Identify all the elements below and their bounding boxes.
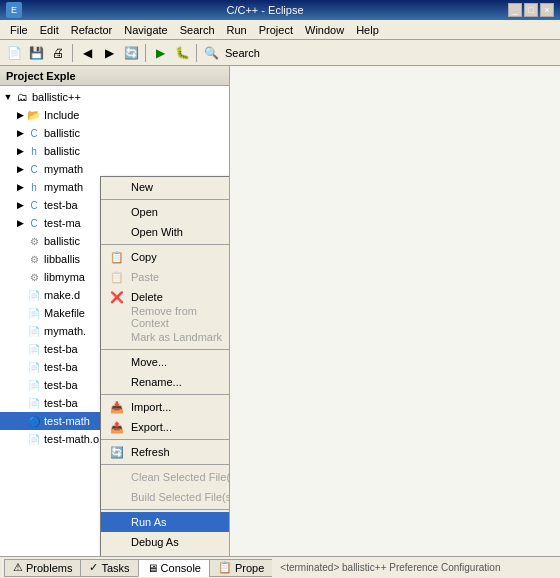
tab-problems[interactable]: ⚠ Problems — [4, 559, 80, 577]
ctx-sep-3 — [101, 349, 230, 350]
expand-arrow: ▼ — [2, 92, 14, 102]
ctx-run-as[interactable]: Run As ▶ Run Configurations... — [101, 512, 230, 532]
new-button[interactable]: 📄 — [4, 43, 24, 63]
ctx-paste[interactable]: 📋 Paste Ctrl+V — [101, 267, 230, 287]
properties-icon: 📋 — [218, 561, 232, 574]
back-button[interactable]: ◀ — [77, 43, 97, 63]
file-icon: C — [26, 125, 42, 141]
menu-search[interactable]: Search — [174, 22, 221, 38]
ctx-export[interactable]: 📤 Export... — [101, 417, 230, 437]
search-button[interactable]: 🔍 — [201, 43, 221, 63]
menu-refactor[interactable]: Refactor — [65, 22, 119, 38]
project-icon: 🗂 — [14, 89, 30, 105]
tree-item-label: test-ma — [44, 217, 81, 229]
expand-arrow: ▶ — [14, 146, 26, 156]
close-button[interactable]: × — [540, 3, 554, 17]
paste-icon: 📋 — [109, 271, 125, 284]
menu-help[interactable]: Help — [350, 22, 385, 38]
ctx-sep-4 — [101, 394, 230, 395]
context-menu: New ▶ Open F3 Open With ▶ 📋 Copy Ctrl+C … — [100, 176, 230, 556]
expand-arrow: ▶ — [14, 218, 26, 228]
tree-item-ballistic2[interactable]: ▶ h ballistic — [0, 142, 229, 160]
title-bar: E C/C++ - Eclipse _ □ × — [0, 0, 560, 20]
ctx-clean-selected[interactable]: Clean Selected File(s) — [101, 467, 230, 487]
minimize-button[interactable]: _ — [508, 3, 522, 17]
file-icon: C — [26, 197, 42, 213]
file-icon: 📄 — [26, 359, 42, 375]
maximize-button[interactable]: □ — [524, 3, 538, 17]
ctx-open-with[interactable]: Open With ▶ — [101, 222, 230, 242]
tree-item-label: ballistic — [44, 127, 80, 139]
ctx-build-selected[interactable]: Build Selected File(s) — [101, 487, 230, 507]
file-icon: h — [26, 179, 42, 195]
expand-arrow: ▶ — [14, 200, 26, 210]
debug-button[interactable]: 🐛 — [172, 43, 192, 63]
tree-item-label: test-ba — [44, 361, 78, 373]
menu-window[interactable]: Window — [299, 22, 350, 38]
ctx-delete[interactable]: ❌ Delete Delete — [101, 287, 230, 307]
tree-item-label: test-math — [44, 415, 90, 427]
status-bar: ⚠ Problems ✓ Tasks 🖥 Console 📋 Prope <te… — [0, 556, 560, 578]
tree-item-label: mymath. — [44, 325, 86, 337]
file-icon: 📄 — [26, 341, 42, 357]
search-label: Search — [225, 47, 260, 59]
file-icon: C — [26, 215, 42, 231]
file-icon: h — [26, 143, 42, 159]
tree-item-label: test-math.o — [44, 433, 99, 445]
console-label: Console — [161, 562, 201, 574]
refresh-button[interactable]: 🔄 — [121, 43, 141, 63]
ctx-sep-5 — [101, 439, 230, 440]
expand-arrow: ▶ — [14, 128, 26, 138]
ctx-team[interactable]: Team ▶ — [101, 552, 230, 556]
ctx-move[interactable]: Move... — [101, 352, 230, 372]
tree-item-includes[interactable]: ▶ 📂 Include — [0, 106, 229, 124]
ctx-debug-as[interactable]: Debug As ▶ — [101, 532, 230, 552]
ctx-new[interactable]: New ▶ — [101, 177, 230, 197]
tree-item-ballistic1[interactable]: ▶ C ballistic — [0, 124, 229, 142]
ctx-open[interactable]: Open F3 — [101, 202, 230, 222]
ctx-sep-1 — [101, 199, 230, 200]
binary-icon: ⚙ — [26, 269, 42, 285]
ctx-copy[interactable]: 📋 Copy Ctrl+C — [101, 247, 230, 267]
expand-arrow: ▶ — [14, 164, 26, 174]
tree-item-label: mymath — [44, 181, 83, 193]
tree-item-label: ballistic — [44, 235, 80, 247]
toolbar: 📄 💾 🖨 ◀ ▶ 🔄 ▶ 🐛 🔍 Search — [0, 40, 560, 66]
file-icon: C — [26, 161, 42, 177]
tree-item-label: mymath — [44, 163, 83, 175]
tab-properties[interactable]: 📋 Prope — [209, 559, 272, 577]
print-button[interactable]: 🖨 — [48, 43, 68, 63]
toolbar-separator-2 — [145, 44, 146, 62]
tab-console[interactable]: 🖥 Console — [138, 559, 209, 577]
ctx-refresh[interactable]: 🔄 Refresh — [101, 442, 230, 462]
run-button[interactable]: ▶ — [150, 43, 170, 63]
panel-title: Project Exple — [6, 70, 76, 82]
ctx-sep-7 — [101, 509, 230, 510]
expand-arrow: ▶ — [14, 182, 26, 192]
tree-item-label: libballis — [44, 253, 80, 265]
tab-tasks[interactable]: ✓ Tasks — [80, 559, 137, 577]
menu-navigate[interactable]: Navigate — [118, 22, 173, 38]
menu-edit[interactable]: Edit — [34, 22, 65, 38]
object-icon: 📄 — [26, 431, 42, 447]
file-icon: 📄 — [26, 305, 42, 321]
tree-item-root[interactable]: ▼ 🗂 ballistic++ — [0, 88, 229, 106]
refresh-icon: 🔄 — [109, 446, 125, 459]
ctx-import[interactable]: 📥 Import... — [101, 397, 230, 417]
ctx-rename[interactable]: Rename... F2 — [101, 372, 230, 392]
menu-file[interactable]: File — [4, 22, 34, 38]
save-button[interactable]: 💾 — [26, 43, 46, 63]
menu-run[interactable]: Run — [221, 22, 253, 38]
ctx-remove-context[interactable]: Remove from Context Shift+Ctrl+Alt+Down — [101, 307, 230, 327]
menu-project[interactable]: Project — [253, 22, 299, 38]
window-controls[interactable]: _ □ × — [508, 3, 554, 17]
tree-item-label: test-ba — [44, 343, 78, 355]
app-icon: E — [6, 2, 22, 18]
toolbar-separator-1 — [72, 44, 73, 62]
problems-label: Problems — [26, 562, 72, 574]
main-area: Project Exple ▼ 🗂 ballistic++ ▶ 📂 Includ… — [0, 66, 560, 556]
ctx-mark-landmark[interactable]: Mark as Landmark Shift+Ctrl+Alt+Up — [101, 327, 230, 347]
delete-icon: ❌ — [109, 291, 125, 304]
forward-button[interactable]: ▶ — [99, 43, 119, 63]
expand-arrow: ▶ — [14, 110, 26, 120]
